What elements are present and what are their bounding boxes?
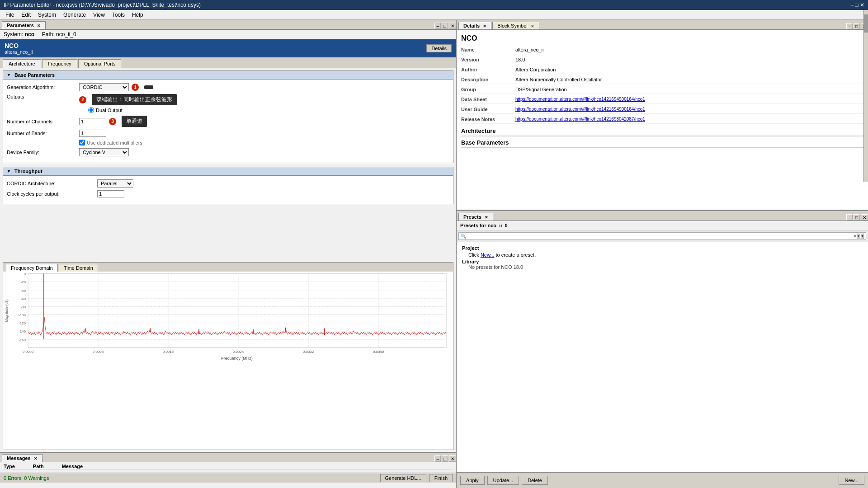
scrollbar-thumb[interactable] xyxy=(864,30,868,33)
channels-input[interactable] xyxy=(79,118,106,125)
path-label: Path: xyxy=(42,31,55,38)
delete-button[interactable]: Delete xyxy=(522,476,548,485)
presets-action-bar: Apply Update... Delete New... xyxy=(457,472,868,488)
frequency-chart: 0 -20 -40 -60 -80 -100 -120 -140 -160 Ma… xyxy=(3,272,451,362)
presets-minimize[interactable]: – xyxy=(846,214,853,221)
tab-parameters[interactable]: Parameters ✕ xyxy=(2,21,46,29)
menu-help[interactable]: Help xyxy=(128,11,147,19)
details-maximize[interactable]: □ xyxy=(854,23,860,29)
svg-text:-80: -80 xyxy=(20,305,26,309)
svg-text:0.0032: 0.0032 xyxy=(303,350,314,354)
detail-value-name: altera_nco_ii xyxy=(515,47,863,52)
new-button[interactable]: New... xyxy=(839,476,864,485)
outputs-label: Outputs xyxy=(7,94,79,99)
detail-value-group: DSP/Signal Generation xyxy=(515,87,863,92)
menu-system[interactable]: System xyxy=(34,11,60,19)
svg-text:-140: -140 xyxy=(19,330,26,334)
params-tabbar: Parameters ✕ – □ ✕ xyxy=(0,20,456,30)
maximize-btn[interactable]: □ xyxy=(855,2,858,8)
presets-search-input[interactable] xyxy=(466,234,853,239)
cordic-arch-row: CORDIC Architecture: Parallel xyxy=(7,179,449,188)
tab-messages[interactable]: Messages ✕ xyxy=(2,454,42,462)
params-content: ▼ Base Parameters Generation Algorithm: … xyxy=(0,68,456,260)
chart-area: Frequency Domain Time Domain xyxy=(3,262,453,450)
cordic-arch-select[interactable]: Parallel xyxy=(97,179,133,188)
finish-button[interactable]: Finish xyxy=(429,474,453,482)
panel-minimize[interactable]: – xyxy=(434,23,441,29)
details-minimize[interactable]: – xyxy=(846,23,853,29)
menu-generate[interactable]: Generate xyxy=(60,11,90,19)
collapse-icon[interactable]: ▼ xyxy=(7,73,11,77)
base-params-content: Generation Algorithm: CORDIC 1 Outputs 2 xyxy=(3,80,453,163)
detail-nco-title: NCO xyxy=(461,34,863,42)
tab-close-params[interactable]: ✕ xyxy=(37,23,41,28)
right-bottom: Presets ✕ – □ ✕ Presets for nco_ii_0 🔍 ✕… xyxy=(457,210,868,488)
tab-details[interactable]: Details ✕ xyxy=(458,22,491,29)
tab-close-messages[interactable]: ✕ xyxy=(34,456,38,461)
presets-next-btn[interactable]: > xyxy=(860,233,864,239)
chart-tab-frequency[interactable]: Frequency Domain xyxy=(6,264,58,272)
detail-key-releasenotes: Release Notes xyxy=(461,117,515,122)
detail-releasenotes-row: Release Notes https://documentation.alte… xyxy=(461,117,863,124)
dual-output-radio[interactable] xyxy=(88,107,94,113)
minimize-btn[interactable]: – xyxy=(850,2,854,8)
presets-close[interactable]: ✕ xyxy=(861,214,868,221)
menubar: File Edit System Generate View Tools Hel… xyxy=(0,10,868,20)
tab-architecture[interactable]: Architecture xyxy=(3,59,41,68)
nco-header: NCO altera_nco_ii Details xyxy=(0,39,456,57)
messages-maximize[interactable]: □ xyxy=(442,455,448,462)
panel-close[interactable]: ✕ xyxy=(449,23,456,29)
tab-frequency[interactable]: Frequency xyxy=(42,59,77,68)
bands-row: Number of Bands: xyxy=(7,130,449,137)
tab-optional-ports[interactable]: Optional Ports xyxy=(78,59,122,68)
presets-maximize[interactable]: □ xyxy=(854,214,860,221)
menu-edit[interactable]: Edit xyxy=(18,11,34,19)
tab-presets[interactable]: Presets ✕ xyxy=(458,213,493,221)
device-family-select[interactable]: Cyclone V xyxy=(79,148,129,156)
tab-close-details[interactable]: ✕ xyxy=(483,24,486,28)
tab-close-presets[interactable]: ✕ xyxy=(485,215,488,220)
details-scrollbar[interactable] xyxy=(863,30,868,182)
detail-link-releasenotes[interactable]: https://documentation.altera.com/#/link/… xyxy=(515,117,645,122)
messages-close-btn[interactable]: ✕ xyxy=(449,455,456,462)
menu-file[interactable]: File xyxy=(2,11,18,19)
cordic-arch-label: CORDIC Architecture: xyxy=(7,181,97,186)
svg-text:-120: -120 xyxy=(19,322,26,326)
titlebar-controls: – □ ✕ xyxy=(850,2,864,8)
gen-algorithm-label: Generation Algorithm: xyxy=(7,84,79,90)
presets-new-link[interactable]: New... xyxy=(481,252,495,258)
detail-section-baseparams: Base Parameters xyxy=(461,139,863,148)
messages-minimize[interactable]: – xyxy=(434,455,441,462)
detail-link-userguide[interactable]: https://documentation.altera.com/#/link/… xyxy=(515,107,645,112)
bands-input[interactable] xyxy=(79,130,106,137)
tab-close-blocksym[interactable]: ✕ xyxy=(531,24,534,28)
menu-tools[interactable]: Tools xyxy=(108,11,128,19)
detail-value-version: 18.0 xyxy=(515,57,863,62)
chart-tab-time[interactable]: Time Domain xyxy=(59,264,98,272)
gen-algorithm-select[interactable]: CORDIC xyxy=(79,83,129,91)
menu-view[interactable]: View xyxy=(90,11,108,19)
tab-block-symbol[interactable]: Block Symbol ✕ xyxy=(492,22,539,29)
panel-maximize[interactable]: □ xyxy=(442,23,448,29)
clear-search-icon[interactable]: ✕ xyxy=(853,234,857,239)
generate-hdl-button[interactable]: Generate HDL... xyxy=(380,474,426,482)
close-btn[interactable]: ✕ xyxy=(860,2,864,8)
clock-cycles-row: Clock cycles per output: xyxy=(7,190,449,197)
system-value: nco xyxy=(25,31,34,38)
chart-canvas: 0 -20 -40 -60 -80 -100 -120 -140 -160 Ma… xyxy=(3,272,451,362)
throughput-collapse-icon[interactable]: ▼ xyxy=(7,169,11,174)
gen-algorithm-tooltip xyxy=(144,85,153,89)
update-button[interactable]: Update... xyxy=(487,476,519,485)
apply-button[interactable]: Apply xyxy=(460,476,485,485)
nco-subtitle: altera_nco_ii xyxy=(5,49,33,55)
svg-text:0.0008: 0.0008 xyxy=(93,350,104,354)
clock-cycles-input[interactable] xyxy=(97,190,124,197)
detail-link-datasheet[interactable]: https://documentation.altera.com/#/link/… xyxy=(515,97,645,102)
detail-userguide-row: User Guide https://documentation.altera.… xyxy=(461,107,863,114)
presets-prev-btn[interactable]: < xyxy=(857,233,860,239)
dedicated-mult-checkbox[interactable] xyxy=(79,140,85,145)
detail-key-version: Version xyxy=(461,57,515,62)
device-family-row: Device Family: Cyclone V xyxy=(7,148,449,156)
throughput-title: Throughput xyxy=(14,169,42,174)
details-button[interactable]: Details xyxy=(426,44,452,52)
